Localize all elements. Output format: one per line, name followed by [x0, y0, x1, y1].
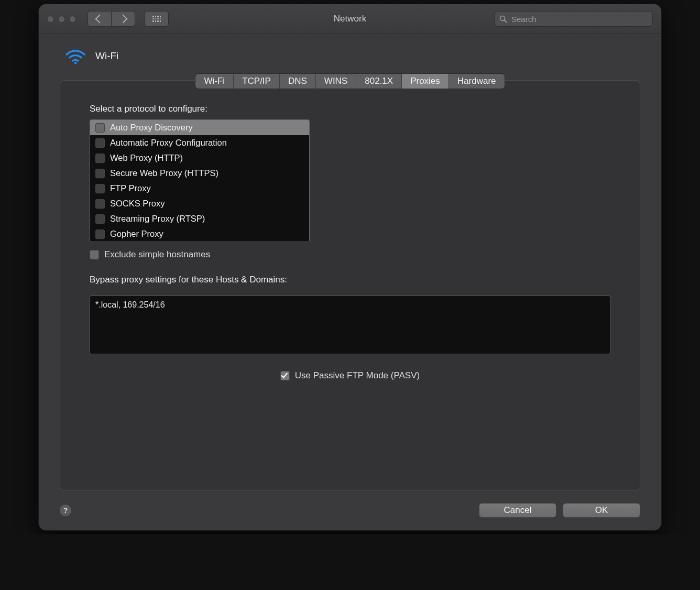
- checkbox-icon: [95, 154, 105, 163]
- protocol-label: Automatic Proxy Configuration: [110, 138, 227, 148]
- protocol-row[interactable]: Web Proxy (HTTP): [90, 150, 309, 166]
- passive-ftp-label: Use Passive FTP Mode (PASV): [295, 370, 420, 381]
- zoom-window-button[interactable]: [69, 16, 76, 23]
- chevron-left-icon: [95, 15, 104, 24]
- protocol-row[interactable]: Gopher Proxy: [90, 226, 309, 242]
- tab-bar: Wi-FiTCP/IPDNSWINS802.1XProxiesHardware: [60, 74, 640, 89]
- minimize-window-button[interactable]: [58, 16, 65, 23]
- bypass-textarea[interactable]: [90, 296, 610, 354]
- exclude-simple-hostnames-checkbox[interactable]: Exclude simple hostnames: [90, 249, 610, 260]
- help-button[interactable]: ?: [60, 505, 71, 516]
- chevron-right-icon: [119, 15, 128, 24]
- protocol-label: Gopher Proxy: [110, 229, 163, 239]
- proxies-panel: Select a protocol to configure: Auto Pro…: [60, 80, 640, 490]
- tab-wi-fi[interactable]: Wi-Fi: [195, 74, 233, 89]
- tab-tcp-ip[interactable]: TCP/IP: [233, 74, 279, 89]
- tab-wins[interactable]: WINS: [315, 74, 356, 89]
- interface-name: Wi-Fi: [95, 50, 118, 62]
- footer: ? Cancel OK: [39, 500, 661, 530]
- grid-icon: [152, 16, 161, 22]
- preferences-window: Network Wi-Fi Wi-FiTCP/IPDNSWINS802.1XPr…: [39, 4, 661, 530]
- ok-button[interactable]: OK: [563, 503, 640, 518]
- protocol-label: FTP Proxy: [110, 183, 151, 193]
- checkbox-icon: [95, 169, 105, 178]
- protocol-row[interactable]: SOCKS Proxy: [90, 196, 309, 211]
- back-button[interactable]: [88, 11, 112, 27]
- protocol-row[interactable]: Secure Web Proxy (HTTPS): [90, 166, 309, 181]
- protocol-row[interactable]: Automatic Proxy Configuration: [90, 135, 309, 150]
- search-input[interactable]: [510, 14, 648, 24]
- window-controls: [47, 16, 76, 23]
- show-all-button[interactable]: [145, 11, 169, 27]
- checkbox-icon: [95, 123, 105, 133]
- search-field[interactable]: [495, 11, 653, 27]
- select-protocol-label: Select a protocol to configure:: [90, 104, 610, 114]
- interface-header: Wi-Fi: [65, 48, 640, 64]
- checkbox-icon: [90, 250, 99, 259]
- passive-ftp-checkbox[interactable]: Use Passive FTP Mode (PASV): [90, 370, 610, 381]
- checkbox-icon: [280, 371, 290, 380]
- protocol-label: Secure Web Proxy (HTTPS): [110, 168, 218, 178]
- nav-back-forward: [88, 11, 135, 27]
- protocol-label: Auto Proxy Discovery: [110, 123, 193, 133]
- tab-hardware[interactable]: Hardware: [449, 74, 505, 89]
- wifi-icon: [65, 48, 86, 64]
- tab-dns[interactable]: DNS: [279, 74, 315, 89]
- cancel-button[interactable]: Cancel: [479, 503, 556, 518]
- protocol-row[interactable]: FTP Proxy: [90, 181, 309, 196]
- tab-802-1x[interactable]: 802.1X: [356, 74, 401, 89]
- forward-button[interactable]: [112, 11, 135, 27]
- checkbox-icon: [95, 138, 105, 148]
- content-area: Wi-Fi Wi-FiTCP/IPDNSWINS802.1XProxiesHar…: [39, 34, 661, 500]
- protocol-label: Streaming Proxy (RTSP): [110, 214, 205, 224]
- svg-line-1: [505, 20, 507, 22]
- checkbox-icon: [95, 184, 105, 193]
- protocol-label: Web Proxy (HTTP): [110, 153, 183, 163]
- close-window-button[interactable]: [47, 16, 54, 23]
- exclude-simple-hostnames-label: Exclude simple hostnames: [104, 249, 210, 260]
- protocol-row[interactable]: Auto Proxy Discovery: [90, 120, 309, 135]
- titlebar: Network: [39, 4, 661, 34]
- svg-point-2: [74, 62, 76, 64]
- protocol-list[interactable]: Auto Proxy DiscoveryAutomatic Proxy Conf…: [90, 119, 310, 242]
- protocol-label: SOCKS Proxy: [110, 199, 165, 209]
- bypass-label: Bypass proxy settings for these Hosts & …: [90, 275, 610, 285]
- search-icon: [499, 15, 507, 23]
- checkbox-icon: [95, 214, 105, 224]
- tab-proxies[interactable]: Proxies: [401, 74, 449, 89]
- checkbox-icon: [95, 199, 105, 209]
- checkbox-icon: [95, 230, 105, 239]
- protocol-row[interactable]: Streaming Proxy (RTSP): [90, 211, 309, 226]
